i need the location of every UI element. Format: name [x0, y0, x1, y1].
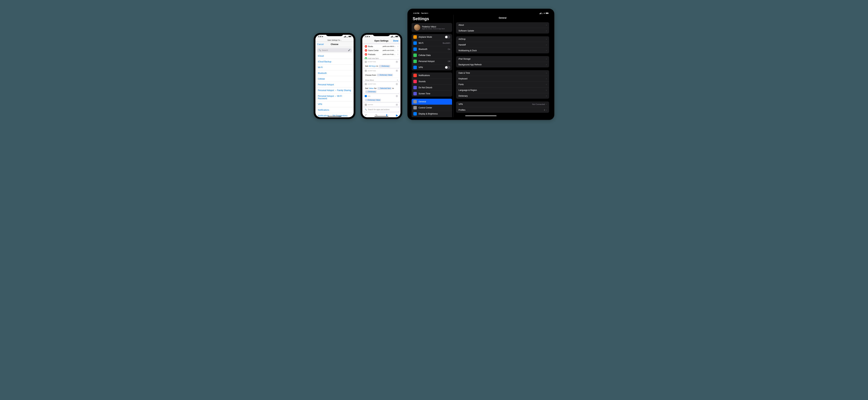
sidebar-item[interactable]: Wi-FiBestWiFi — [412, 40, 452, 46]
delete-action-button[interactable]: ✕ — [396, 69, 398, 72]
sidebar-item[interactable]: Airplane Mode — [412, 34, 452, 40]
sidebar-icon — [413, 35, 417, 39]
home-indicator[interactable] — [465, 116, 496, 116]
undo-button[interactable]: ↶ — [365, 114, 367, 117]
detail-row[interactable]: Profiles3› — [456, 107, 549, 113]
detail-row[interactable]: About› — [456, 22, 549, 28]
sidebar-label: VPN — [418, 66, 443, 69]
detail-label: Profiles — [459, 109, 465, 111]
sidebar-item[interactable]: Notifications — [412, 73, 452, 79]
notch — [373, 33, 390, 36]
add-dict-row[interactable]: Add new item — [363, 56, 399, 59]
dict-row[interactable]: Podcastsprefs:root=Podcasts≡ — [363, 52, 399, 56]
sidebar-group: Airplane ModeWi-FiBestWiFiBluetoothOnCel… — [412, 34, 452, 70]
chevron-right-icon: › — [546, 44, 547, 46]
list-item[interactable]: VPN — [315, 102, 353, 107]
detail-row[interactable]: iPad Storage› — [456, 56, 549, 62]
home-indicator[interactable] — [328, 116, 341, 117]
drag-handle-icon[interactable]: ≡ — [397, 53, 398, 56]
nav-title: Open Settings — [374, 39, 389, 42]
iphone-right: 2:14➤ ◡ Open Settings Done Booksprefs:ro… — [361, 33, 402, 119]
sidebar-label: Display & Brightness — [418, 113, 450, 115]
sidebar-item[interactable]: Sounds — [412, 79, 452, 85]
detail-group: AirDrop›Handoff›Multitasking & Dock› — [456, 36, 549, 53]
mic-icon[interactable]: 🎤 — [348, 49, 350, 51]
play-button[interactable]: ▶ — [396, 114, 398, 117]
detail-row[interactable]: Handoff› — [456, 42, 549, 48]
list-item[interactable]: Notifications — [315, 107, 353, 113]
home-indicator[interactable] — [374, 116, 389, 117]
delete-action-button[interactable]: ✕ — [396, 61, 398, 63]
list-item[interactable]: Personal Hotspot → Family Sharing — [315, 88, 353, 93]
chevron-right-icon: › — [546, 109, 547, 111]
list-item[interactable]: Personal Hotspot — [315, 82, 353, 88]
dict-row[interactable]: Booksprefs:root=IBOOKS≡ — [363, 44, 399, 48]
delete-action-button[interactable]: ✕ — [396, 83, 398, 85]
nav-supertitle: Open Settings For… — [315, 38, 353, 42]
location-icon: ➤ — [322, 36, 323, 37]
show-more-button[interactable]: Show More › — [363, 78, 399, 81]
get-value-action: SCRIPTING ✕ Get Value for ⬚Selected Item… — [363, 82, 399, 93]
delete-action-button[interactable]: ✕ — [396, 104, 398, 106]
detail-label: Dictionary — [459, 95, 468, 97]
detail-row[interactable]: Software Update› — [456, 28, 549, 33]
detail-row[interactable]: Fonts› — [456, 82, 549, 87]
list-item[interactable]: Cellular — [315, 76, 353, 82]
toggle[interactable] — [445, 35, 450, 38]
detail-value: Not Connected — [532, 103, 545, 105]
url-token[interactable]: ⬚Dictionary Value — [365, 99, 381, 101]
search-icon: 🔍 — [318, 49, 321, 51]
detail-row[interactable]: Background App Refresh› — [456, 62, 549, 67]
detail-row[interactable]: VPNNot Connected› — [456, 102, 549, 107]
toggle[interactable] — [445, 66, 450, 69]
action-search-input[interactable]: 🔍 Search for apps and actions — [363, 108, 399, 112]
chevron-right-icon: › — [397, 79, 398, 81]
sidebar-item[interactable]: Display & Brightness — [412, 111, 452, 117]
scripting-icon — [365, 83, 367, 85]
sidebar-item[interactable]: BluetoothOn — [412, 46, 452, 52]
minus-icon[interactable] — [365, 53, 367, 56]
param-allkeys[interactable]: All Keys — [369, 65, 376, 67]
dict-value: prefs:root=IBOOKS — [383, 46, 396, 47]
list-item[interactable]: Bluetooth — [315, 70, 353, 76]
param-selecteditem[interactable]: ⬚Selected Item — [377, 87, 392, 90]
search-input[interactable]: 🔍 Search 🎤 — [317, 48, 352, 52]
list-item[interactable]: iCloud — [315, 53, 353, 59]
list-item[interactable]: Notifications → Siri Suggestions — [315, 113, 353, 117]
minus-icon[interactable] — [365, 45, 367, 48]
detail-row[interactable]: AirDrop› — [456, 36, 549, 42]
choose-list: iCloudiCloud BackupWi-FiBluetoothCellula… — [315, 53, 353, 117]
sidebar-item[interactable]: Do Not Disturb — [412, 85, 452, 91]
sidebar-item[interactable]: Cellular Data — [412, 52, 452, 58]
param-dictionary[interactable]: ⬚Dictionary — [365, 90, 376, 93]
cancel-button[interactable]: Cancel — [317, 43, 323, 46]
done-button[interactable]: Done — [393, 39, 398, 42]
detail-row[interactable]: Keyboard› — [456, 76, 549, 82]
list-item[interactable]: Personal Hotspot → Wi-Fi Password — [315, 93, 353, 102]
sidebar-icon — [413, 92, 417, 95]
delete-action-button[interactable]: ✕ — [396, 95, 398, 97]
detail-row[interactable]: Language & Region› — [456, 87, 549, 93]
chevron-right-icon: › — [546, 63, 547, 66]
detail-row[interactable]: Dictionary› — [456, 93, 549, 99]
detail-row[interactable]: Multitasking & Dock› — [456, 48, 549, 53]
dict-key: Podcasts — [368, 54, 382, 55]
sidebar-item[interactable]: Control Center — [412, 105, 452, 111]
sidebar-item[interactable]: Screen Time — [412, 91, 452, 96]
sidebar-item[interactable]: VPN — [412, 64, 452, 70]
minus-icon[interactable] — [365, 49, 367, 52]
list-item[interactable]: Wi-Fi — [315, 65, 353, 70]
param-value[interactable]: Value — [369, 87, 374, 89]
account-row[interactable]: Federico Viticci Apple ID, iCloud, iTune… — [412, 23, 452, 32]
sidebar-item[interactable]: General — [412, 99, 452, 105]
detail-row[interactable]: Date & Time› — [456, 70, 549, 76]
drag-handle-icon[interactable]: ≡ — [397, 49, 398, 52]
param-dictvalue[interactable]: ⬚Dictionary Value — [377, 74, 393, 76]
drag-handle-icon[interactable]: ≡ — [397, 45, 398, 48]
list-item[interactable]: iCloud Backup — [315, 59, 353, 65]
text: in — [392, 87, 394, 89]
signal-icon — [344, 36, 346, 37]
dict-row[interactable]: Game Centerprefs:root=GAMECEN…≡ — [363, 48, 399, 52]
param-dictionary[interactable]: ⬚Dictionary — [379, 65, 390, 67]
sidebar-item[interactable]: Personal HotspotOff — [412, 58, 452, 64]
